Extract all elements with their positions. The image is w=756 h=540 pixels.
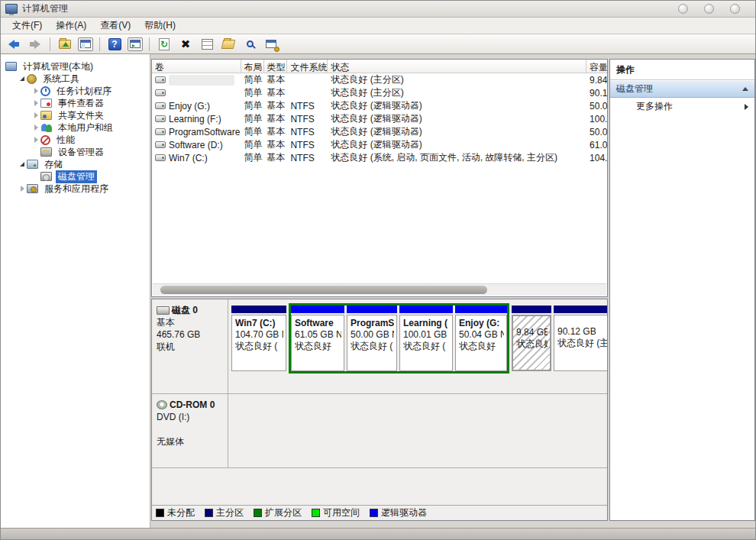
disk0-type: 基本 [157,316,225,328]
volume-icon [155,128,166,135]
expander-closed-icon[interactable] [31,137,40,143]
delete-icon[interactable]: ✖ [177,37,194,52]
column-header-status[interactable]: 状态 [328,60,586,73]
console-tree-panel: 计算机管理(本地) 系统工具 任务计划程序 事件查看器 共享文件夹 [1,54,150,528]
scrollbar-thumb[interactable] [160,286,487,294]
task-scheduler-icon [40,86,50,96]
tree-item-shared-folders[interactable]: 共享文件夹 [1,109,150,121]
primary-partition-band [554,306,608,313]
table-row[interactable]: Learning (F:) 简单 基本 NTFS 状态良好 (逻辑驱动器) 10… [152,112,607,125]
services-icon [27,184,38,193]
tree-item-event-viewer[interactable]: 事件查看器 [1,97,150,109]
partition-enjoy-g[interactable]: Enjoy (G: 50.04 GB N 状态良好 [455,306,507,371]
logical-drive-swatch [370,509,378,517]
tree-item-performance[interactable]: 性能 [1,134,150,146]
minimize-button[interactable] [678,4,688,14]
partition-software-d[interactable]: Software 61.05 GB N 状态良好 [291,306,344,371]
cdrom0-label[interactable]: CD-ROM 0 DVD (I:) 无媒体 [152,394,228,467]
title-bar: 计算机管理 [1,1,755,18]
volume-icon [155,89,166,96]
help-icon[interactable]: ? [106,37,123,52]
disk-graphical-pane: 磁盘 0 基本 465.76 GB 联机 Win7 (C:) 104.70 GB… [151,299,608,521]
tree-item-services-applications[interactable]: 服务和应用程序 [1,183,150,195]
menu-action[interactable]: 操作(A) [49,18,93,34]
expander-closed-icon[interactable] [31,124,40,131]
legend-item-logical-drive: 逻辑驱动器 [370,506,427,519]
tree-item-task-scheduler[interactable]: 任务计划程序 [1,85,150,97]
actions-group-disk-management[interactable]: 磁盘管理 [610,80,754,98]
expander-open-icon[interactable] [18,76,27,81]
column-header-type[interactable]: 类型 [264,60,288,73]
properties-icon[interactable] [199,37,215,52]
close-button[interactable] [730,4,740,14]
menu-file[interactable]: 文件(F) [5,18,49,34]
back-icon[interactable] [5,37,22,52]
expander-closed-icon[interactable] [31,100,40,106]
tree-item-disk-management[interactable]: 磁盘管理 [1,170,150,183]
tree-item-storage[interactable]: 存储 [1,158,150,170]
find-icon[interactable] [241,37,258,52]
status-bar [1,528,755,540]
disk0-status: 联机 [157,341,225,353]
collapse-icon[interactable] [742,87,748,91]
unallocated-swatch [156,509,164,517]
partition-win7-c[interactable]: Win7 (C:) 104.70 GB N 状态良好 ( [231,306,286,371]
disk-icon [157,306,170,315]
menu-help[interactable]: 帮助(H) [137,18,183,34]
refresh-icon[interactable]: ↻ [156,37,173,52]
window-title: 计算机管理 [22,2,68,15]
extended-partition-swatch [254,509,262,517]
partition-learning-f[interactable]: Learning ( 100.01 GB N 状态良好 ( [399,306,453,371]
performance-icon [40,135,50,145]
legend-item-extended: 扩展分区 [254,506,302,519]
expander-closed-icon[interactable] [31,88,40,94]
cdrom0-empty-area [228,394,607,467]
table-row[interactable]: 简单 基本 状态良好 (主分区) 9.84 [152,73,607,86]
table-row[interactable]: 简单 基本 状态良好 (主分区) 90.12 [152,86,607,99]
more-actions-item[interactable]: 更多操作 [610,98,754,115]
table-row[interactable]: Enjoy (G:) 简单 基本 NTFS 状态良好 (逻辑驱动器) 50.04 [152,99,607,112]
partition-unlabeled-90gb[interactable]: 90.12 GB 状态良好 (主 [554,306,608,371]
event-viewer-icon [40,99,52,108]
local-users-icon [40,123,52,132]
cdrom0-media: 无媒体 [157,435,225,448]
horizontal-scrollbar[interactable] [153,283,606,296]
extended-partition-frame: Software 61.05 GB N 状态良好 ProgramS 50.00 … [289,303,509,373]
computer-management-window: 计算机管理 文件(F) 操作(A) 查看(V) 帮助(H) ? ↻ ✖ [0,0,756,540]
table-row[interactable]: Win7 (C:) 简单 基本 NTFS 状态良好 (系统, 启动, 页面文件,… [152,151,607,164]
table-row[interactable]: Software (D:) 简单 基本 NTFS 状态良好 (逻辑驱动器) 61… [152,138,607,151]
disk0-label[interactable]: 磁盘 0 基本 465.76 GB 联机 [152,299,228,393]
menu-view[interactable]: 查看(V) [93,18,137,34]
tree-item-local-users-groups[interactable]: 本地用户和组 [1,121,150,134]
partition-unlabeled-9gb-selected[interactable]: 9.84 GB 状态良好 [512,306,551,371]
maximize-button[interactable] [704,4,714,14]
forward-icon[interactable] [27,37,44,52]
console-tree-icon[interactable] [78,37,93,51]
partition-programsoftware-e[interactable]: ProgramS 50.00 GB N 状态良好 ( [347,306,397,371]
column-header-volume[interactable]: 卷 [152,60,241,73]
volume-icon [155,141,166,148]
shared-folders-icon [40,111,52,120]
storage-icon [27,160,38,169]
open-folder-icon[interactable] [220,37,237,52]
cdrom-icon [157,400,167,409]
column-header-capacity[interactable]: 容量 [586,60,607,73]
app-icon [5,4,18,14]
up-one-level-icon[interactable] [57,37,73,52]
tree-item-system-tools[interactable]: 系统工具 [1,73,150,85]
tree-item-device-manager[interactable]: 设备管理器 [1,146,150,158]
expander-closed-icon[interactable] [31,112,40,118]
show-hide-console-icon[interactable] [128,37,143,51]
console-options-icon[interactable] [263,37,279,52]
computer-icon [5,62,17,71]
volume-icon [155,102,166,109]
table-row[interactable]: ProgramSoftware (E:) 简单 基本 NTFS 状态良好 (逻辑… [152,125,607,138]
expander-closed-icon[interactable] [18,186,27,192]
tree-item-computer-management[interactable]: 计算机管理(本地) [1,60,150,73]
actions-panel: 操作 磁盘管理 更多操作 [609,59,755,521]
disk0-row: 磁盘 0 基本 465.76 GB 联机 Win7 (C:) 104.70 GB… [152,299,607,394]
column-header-layout[interactable]: 布局 [241,60,264,73]
expander-open-icon[interactable] [18,162,27,167]
actions-panel-title: 操作 [610,60,754,80]
column-header-filesystem[interactable]: 文件系统 [287,60,328,73]
